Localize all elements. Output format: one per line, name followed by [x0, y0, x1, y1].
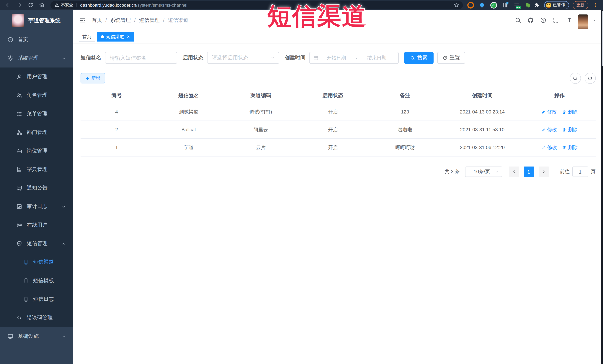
gear-icon [7, 55, 13, 61]
paused-badge[interactable]: 已暂停 [544, 1, 569, 9]
sms-channel-table: 编号 短信签名 渠道编码 启用状态 备注 创建时间 操作 4测试渠道调试(钉钉)… [81, 88, 596, 156]
user-icon [16, 74, 22, 80]
address-divider [76, 3, 77, 7]
hamburger-icon[interactable] [79, 17, 86, 23]
sidebar-item-error-code-management[interactable]: 错误码管理 [0, 309, 73, 327]
sidebar-item-menu-management[interactable]: 菜单管理 [0, 105, 73, 123]
page-scrollbar[interactable] [601, 10, 603, 364]
orange-ring-extension-icon[interactable] [467, 2, 474, 8]
status-label: 启用状态 [183, 55, 203, 61]
help-icon[interactable] [540, 17, 546, 23]
sidebar-item-infrastructure[interactable]: 基础设施 [0, 327, 73, 346]
monitor-icon [7, 333, 13, 339]
browser-back-button[interactable] [4, 0, 13, 10]
sidebar-item-user-management[interactable]: 用户管理 [0, 67, 73, 86]
header-search-icon[interactable] [515, 17, 521, 23]
cell-sign: Ballcat [153, 121, 225, 139]
sidebar-item-sms-channel[interactable]: 短信渠道 [0, 253, 73, 271]
delete-link[interactable]: 删除 [562, 144, 578, 151]
time-label: 创建时间 [285, 55, 305, 61]
page-number-active[interactable]: 1 [523, 166, 534, 177]
app-logo[interactable]: 芋道管理系统 [0, 10, 73, 30]
breadcrumb-home[interactable]: 首页 [92, 17, 102, 23]
search-button[interactable]: 搜索 [404, 52, 434, 64]
sidebar-item-audit-log[interactable]: 审计日志 [0, 197, 73, 216]
delete-link[interactable]: 删除 [562, 109, 578, 115]
sidebar-item-home[interactable]: 首页 [0, 30, 73, 49]
column-header: 编号 [81, 88, 153, 103]
refresh-icon [588, 76, 592, 81]
date-range-picker[interactable]: 开始日期 - 结束日期 [309, 52, 399, 64]
goto-page-input[interactable] [572, 166, 588, 177]
browser-menu-kebab-icon[interactable] [591, 0, 600, 10]
breadcrumb-system[interactable]: 系统管理 [110, 17, 131, 23]
edit-link[interactable]: 修改 [541, 144, 557, 151]
post-icon [16, 148, 22, 154]
refresh-table-button[interactable] [584, 73, 596, 84]
prev-page-button[interactable] [509, 166, 519, 177]
github-icon[interactable] [527, 17, 533, 23]
warning-icon [55, 3, 59, 7]
cell-remark: 啦啦啦 [369, 121, 441, 139]
sprout-extension-icon[interactable] [525, 2, 531, 8]
browser-reload-button[interactable] [26, 0, 35, 10]
pencil-icon [541, 145, 546, 150]
toggle-search-button[interactable] [569, 73, 581, 84]
next-page-button[interactable] [538, 166, 549, 177]
avatar-caret-down-icon[interactable] [592, 18, 597, 23]
browser-forward-button[interactable] [15, 0, 24, 10]
sidebar-item-online-users[interactable]: 在线用户 [0, 216, 73, 234]
breadcrumb-separator: / [105, 17, 107, 23]
equalizer-drop-extension-icon[interactable] [502, 2, 508, 8]
cell-ops: 修改删除 [523, 103, 596, 121]
sidebar-item-sms-template[interactable]: 短信模板 [0, 271, 73, 290]
sidebar-item-sms-management[interactable]: 短信管理 [0, 234, 73, 253]
bookmark-star-icon[interactable] [453, 2, 459, 8]
address-bar[interactable]: 不安全 dashboard.yudao.iocoder.cn /system/s… [50, 1, 463, 9]
edit-link[interactable]: 修改 [541, 109, 557, 115]
scrollbar-thumb[interactable] [602, 11, 603, 66]
sign-input[interactable] [105, 52, 177, 64]
tab-close-icon[interactable]: × [127, 34, 130, 39]
sidebar-item-dict-management[interactable]: 字典管理 [0, 160, 73, 179]
page-unit-label: 页 [591, 168, 596, 175]
sidebar-item-notice-announcement[interactable]: 通知公告 [0, 179, 73, 197]
arrow-right-icon [541, 169, 546, 174]
browser-home-button[interactable] [37, 0, 46, 10]
delete-link[interactable]: 删除 [562, 126, 578, 133]
blue-pin-extension-icon[interactable] [479, 2, 485, 8]
extensions-puzzle-icon[interactable] [533, 2, 540, 8]
page-size-select[interactable]: 10条/页 [465, 166, 502, 177]
cell-id: 1 [81, 139, 153, 156]
sidebar-item-post-management[interactable]: 岗位管理 [0, 142, 73, 160]
tab-home[interactable]: 首页 [79, 32, 95, 41]
breadcrumb: 首页 / 系统管理 / 短信管理 / 短信渠道 [92, 17, 189, 23]
avatar[interactable] [578, 14, 588, 29]
cell-created: 2021-03-31 06:12:20 [441, 139, 523, 156]
date-range-separator: - [354, 55, 359, 61]
cell-id: 2 [81, 121, 153, 139]
status-select[interactable]: 请选择启用状态 [207, 52, 279, 64]
browser-update-button[interactable]: 更新 [573, 1, 588, 9]
breadcrumb-sms[interactable]: 短信管理 [139, 17, 160, 23]
tab-sms-channel[interactable]: 短信渠道 × [97, 32, 133, 41]
pencil-icon [541, 110, 546, 114]
end-date-placeholder[interactable]: 结束日期 [359, 55, 394, 61]
sidebar-item-dept-management[interactable]: 部门管理 [0, 123, 73, 142]
online-user-icon [16, 222, 22, 228]
reset-button[interactable]: 重置 [437, 52, 465, 64]
edit-link[interactable]: 修改 [541, 126, 557, 133]
sidebar-item-system-management[interactable]: 系统管理 [0, 49, 73, 67]
add-button[interactable]: 新增 [81, 73, 105, 83]
sidebar-item-sms-log[interactable]: 短信日志 [0, 290, 73, 309]
security-status[interactable]: 不安全 [55, 2, 73, 8]
sidebar-item-role-management[interactable]: 角色管理 [0, 86, 73, 105]
fullscreen-icon[interactable] [553, 17, 559, 23]
font-size-icon[interactable] [565, 17, 571, 23]
cell-remark: 呵呵呵哒 [369, 139, 441, 156]
sign-label: 短信签名 [81, 55, 101, 61]
start-date-placeholder[interactable]: 开始日期 [318, 55, 354, 61]
list-gif-extension-icon[interactable] [513, 2, 520, 8]
green-check-extension-icon[interactable] [490, 2, 497, 8]
filter-status: 启用状态 请选择启用状态 [183, 52, 279, 64]
